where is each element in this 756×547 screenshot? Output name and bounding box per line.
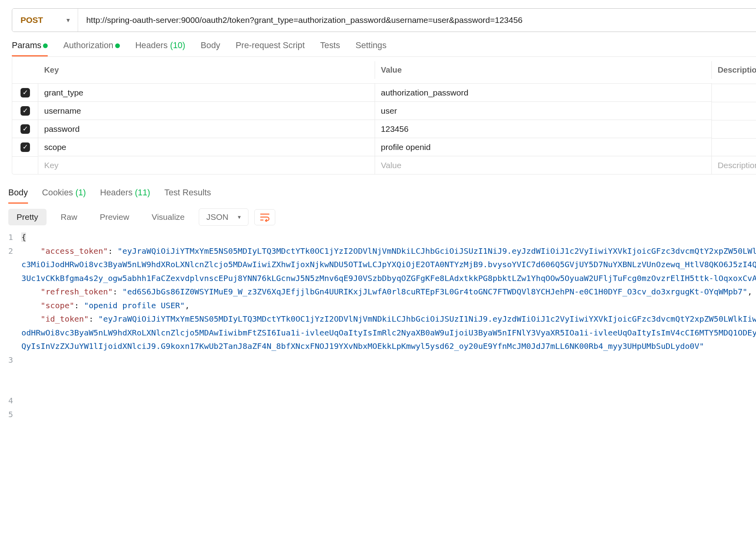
- param-desc[interactable]: [712, 120, 756, 138]
- col-key: Key: [12, 61, 375, 79]
- col-description: Description: [712, 61, 756, 79]
- chevron-down-icon: ▾: [67, 17, 70, 24]
- url-input[interactable]: http://spring-oauth-server:9000/oauth2/t…: [78, 9, 756, 32]
- tab-authorization[interactable]: Authorization: [63, 40, 119, 56]
- tab-body[interactable]: Body: [201, 40, 220, 56]
- request-line: POST ▾ http://spring-oauth-server:9000/o…: [12, 8, 756, 32]
- modified-dot-icon: [43, 43, 48, 48]
- table-row: ✓ password 123456: [12, 120, 756, 138]
- view-visualize-button[interactable]: Visualize: [144, 209, 193, 225]
- new-param-desc-input[interactable]: [718, 161, 756, 170]
- checkbox[interactable]: ✓: [21, 88, 30, 97]
- param-value[interactable]: profile openid: [375, 138, 712, 156]
- tab-tests[interactable]: Tests: [320, 40, 340, 56]
- param-value[interactable]: authorization_password: [375, 83, 712, 101]
- resp-tab-body[interactable]: Body: [8, 187, 28, 204]
- param-key[interactable]: grant_type: [38, 83, 375, 101]
- new-param-value-input[interactable]: [381, 161, 706, 170]
- tab-pre-request-script[interactable]: Pre-request Script: [235, 40, 304, 56]
- resp-tab-test-results[interactable]: Test Results: [164, 187, 211, 204]
- new-param-key-input[interactable]: [44, 161, 369, 170]
- response-view-toolbar: Pretty Raw Preview Visualize JSON ▾: [0, 204, 756, 230]
- lang-label: JSON: [206, 212, 228, 222]
- lang-select[interactable]: JSON ▾: [199, 208, 248, 226]
- param-value[interactable]: 123456: [375, 120, 712, 138]
- params-table: Key Value Description ••• Bulk Edit ✓ gr…: [12, 56, 756, 174]
- response-body[interactable]: 12345 { "access_token": "eyJraWQiOiJiYTM…: [0, 230, 756, 489]
- view-pretty-button[interactable]: Pretty: [8, 209, 47, 225]
- resp-tab-headers[interactable]: Headers (11): [100, 187, 150, 204]
- checkbox[interactable]: ✓: [21, 106, 30, 116]
- param-desc[interactable]: [712, 84, 756, 101]
- tab-params[interactable]: Params: [12, 40, 48, 56]
- col-value: Value: [375, 61, 712, 79]
- table-row: ✓ grant_type authorization_password: [12, 83, 756, 101]
- table-row-new: [12, 156, 756, 174]
- param-value[interactable]: user: [375, 101, 712, 120]
- method-label: POST: [21, 15, 43, 25]
- method-select[interactable]: POST ▾: [12, 9, 78, 32]
- param-key[interactable]: scope: [38, 138, 375, 156]
- tab-settings[interactable]: Settings: [355, 40, 386, 56]
- request-tabs: Params Authorization Headers (10) Body P…: [0, 32, 756, 56]
- tab-headers[interactable]: Headers (10): [135, 40, 185, 56]
- param-desc[interactable]: [712, 138, 756, 156]
- view-raw-button[interactable]: Raw: [52, 209, 86, 225]
- checkbox[interactable]: ✓: [21, 124, 30, 134]
- resp-tab-cookies[interactable]: Cookies (1): [42, 187, 86, 204]
- table-row: ✓ username user: [12, 101, 756, 120]
- param-desc[interactable]: [712, 102, 756, 120]
- modified-dot-icon: [115, 43, 120, 48]
- view-preview-button[interactable]: Preview: [91, 209, 138, 225]
- code-content[interactable]: { "access_token": "eyJraWQiOiJiYTMxYmE5N…: [21, 230, 756, 489]
- param-key[interactable]: username: [38, 101, 375, 120]
- chevron-down-icon: ▾: [238, 214, 241, 221]
- param-key[interactable]: password: [38, 120, 375, 138]
- checkbox[interactable]: ✓: [21, 142, 30, 152]
- response-tabs: Body Cookies (1) Headers (11) Test Resul…: [0, 179, 756, 204]
- table-row: ✓ scope profile openid: [12, 138, 756, 156]
- line-gutter: 12345: [8, 230, 21, 489]
- wrap-lines-button[interactable]: [254, 209, 275, 225]
